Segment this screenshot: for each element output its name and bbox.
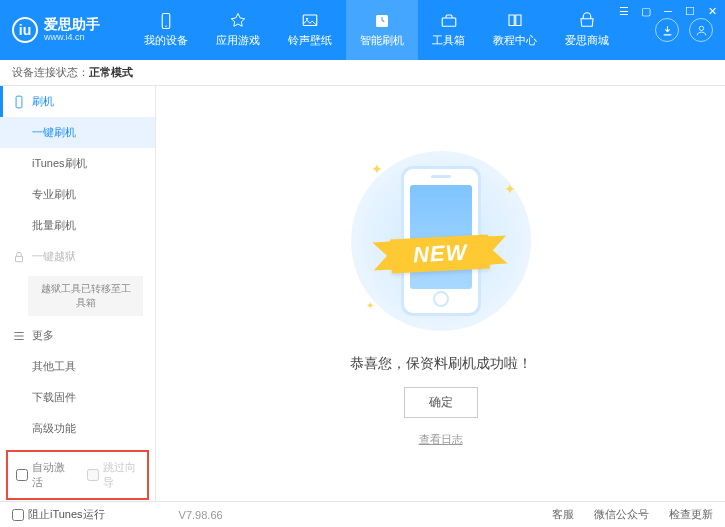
sidebar-item-download[interactable]: 下载固件 <box>0 382 155 413</box>
app-title: 爱思助手 <box>44 17 100 32</box>
svg-point-1 <box>165 26 167 28</box>
nav-toolbox[interactable]: 工具箱 <box>418 0 479 60</box>
sidebar-item-oneclick[interactable]: 一键刷机 <box>0 117 155 148</box>
nav-label: 我的设备 <box>144 33 188 48</box>
nav-tutorials[interactable]: 教程中心 <box>479 0 551 60</box>
group-label: 刷机 <box>32 94 54 109</box>
success-message: 恭喜您，保资料刷机成功啦！ <box>350 355 532 373</box>
block-itunes-checkbox[interactable]: 阻止iTunes运行 <box>12 507 105 522</box>
sidebar-item-advanced[interactable]: 高级功能 <box>0 413 155 444</box>
status-value: 正常模式 <box>89 65 133 80</box>
footer-wechat-link[interactable]: 微信公众号 <box>594 507 649 522</box>
svg-rect-4 <box>376 15 388 27</box>
download-button[interactable] <box>655 18 679 42</box>
maximize-button[interactable]: ☐ <box>683 4 697 18</box>
footer-service-link[interactable]: 客服 <box>552 507 574 522</box>
sidebar-group-more[interactable]: 更多 <box>0 320 155 351</box>
close-button[interactable]: ✕ <box>705 4 719 18</box>
nav-ringtones[interactable]: 铃声壁纸 <box>274 0 346 60</box>
nav-label: 应用游戏 <box>216 33 260 48</box>
ok-button[interactable]: 确定 <box>404 387 478 418</box>
store-icon <box>576 12 598 30</box>
sidebar-item-pro[interactable]: 专业刷机 <box>0 179 155 210</box>
lock-icon <box>12 250 26 264</box>
nav-store[interactable]: 爱思商城 <box>551 0 623 60</box>
version-label: V7.98.66 <box>179 509 223 521</box>
skip-guide-checkbox[interactable]: 跳过向导 <box>87 460 140 490</box>
status-label: 设备连接状态： <box>12 65 89 80</box>
group-label: 一键越狱 <box>32 249 76 264</box>
svg-rect-7 <box>16 96 22 108</box>
checkbox-label: 跳过向导 <box>103 460 140 490</box>
checkbox-label: 自动激活 <box>32 460 69 490</box>
sidebar-item-other[interactable]: 其他工具 <box>0 351 155 382</box>
svg-point-3 <box>306 18 308 20</box>
svg-point-6 <box>699 26 703 30</box>
minimize-button[interactable]: ─ <box>661 4 675 18</box>
nav-label: 爱思商城 <box>565 33 609 48</box>
sidebar-group-jailbreak[interactable]: 一键越狱 <box>0 241 155 272</box>
nav-label: 工具箱 <box>432 33 465 48</box>
nav-label: 教程中心 <box>493 33 537 48</box>
app-logo: iu 爱思助手 www.i4.cn <box>12 17 100 43</box>
logo-icon: iu <box>12 17 38 43</box>
flash-icon <box>371 12 393 30</box>
nav-apps[interactable]: 应用游戏 <box>202 0 274 60</box>
auto-activate-checkbox[interactable]: 自动激活 <box>16 460 69 490</box>
user-button[interactable] <box>689 18 713 42</box>
sidebar-group-flash[interactable]: 刷机 <box>0 86 155 117</box>
success-illustration: ✦ ✦ ✦ NEW <box>341 141 541 341</box>
jailbreak-note: 越狱工具已转移至工具箱 <box>28 276 143 316</box>
status-bar: 设备连接状态： 正常模式 <box>0 60 725 86</box>
nav-flash[interactable]: 智能刷机 <box>346 0 418 60</box>
menu-icon[interactable]: ☰ <box>617 4 631 18</box>
app-subtitle: www.i4.cn <box>44 33 100 43</box>
image-icon <box>299 12 321 30</box>
options-highlight-box: 自动激活 跳过向导 <box>6 450 149 500</box>
footer-update-link[interactable]: 检查更新 <box>669 507 713 522</box>
checkbox-label: 阻止iTunes运行 <box>28 507 105 522</box>
sidebar-item-itunes[interactable]: iTunes刷机 <box>0 148 155 179</box>
nav-label: 智能刷机 <box>360 33 404 48</box>
sidebar-item-batch[interactable]: 批量刷机 <box>0 210 155 241</box>
svg-rect-5 <box>442 18 456 26</box>
phone-icon <box>12 95 26 109</box>
apps-icon <box>227 12 249 30</box>
book-icon <box>504 12 526 30</box>
group-label: 更多 <box>32 328 54 343</box>
skin-icon[interactable]: ▢ <box>639 4 653 18</box>
toolbox-icon <box>438 12 460 30</box>
new-ribbon: NEW <box>391 234 491 273</box>
nav-my-device[interactable]: 我的设备 <box>130 0 202 60</box>
svg-rect-8 <box>16 256 23 261</box>
view-log-link[interactable]: 查看日志 <box>419 432 463 447</box>
device-icon <box>155 12 177 30</box>
list-icon <box>12 329 26 343</box>
nav-label: 铃声壁纸 <box>288 33 332 48</box>
